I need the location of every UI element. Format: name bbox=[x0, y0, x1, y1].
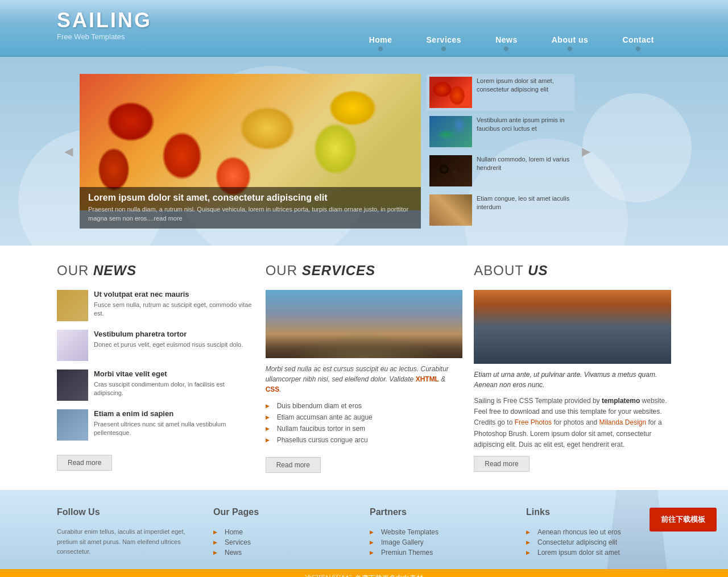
site-subtitle: Free Web Templates bbox=[57, 32, 152, 41]
news-title-4: Etiam a enim id sapien bbox=[94, 409, 254, 418]
footer-links-list: Aenean rhoncus leo ut eros Consectetur a… bbox=[526, 527, 671, 558]
footer-partner-3[interactable]: Premiun Themes bbox=[370, 547, 515, 558]
thumb-item-4[interactable]: Etiam congue, leo sit amet iaculis inter… bbox=[427, 192, 574, 229]
about-section-title: ABOUT US bbox=[474, 263, 671, 279]
news-read-more[interactable]: Read more bbox=[57, 455, 112, 471]
about-image bbox=[474, 290, 671, 364]
nav-dot-news bbox=[504, 47, 508, 51]
nav-link-about[interactable]: About us bbox=[535, 27, 606, 56]
slider-thumbnails: Lorem ipsum dolor sit amet, consectetur … bbox=[421, 74, 574, 229]
footer-partner-1[interactable]: Website Templates bbox=[370, 527, 515, 537]
nav-dot-contact bbox=[636, 47, 640, 51]
footer-follow-text: Curabitur enim tellus, iaculis at imperd… bbox=[57, 527, 202, 557]
about-main-text: Sailing is Free CSS Template provided by… bbox=[474, 396, 671, 450]
thumb-item-3[interactable]: Nullam commodo, lorem id varius hendreri… bbox=[427, 152, 574, 189]
footer-page-services[interactable]: Services bbox=[213, 537, 358, 547]
footer-follow-us: Follow Us Curabitur enim tellus, iaculis… bbox=[57, 507, 202, 558]
news-thumb-3 bbox=[57, 370, 88, 401]
thumb-image-4 bbox=[429, 194, 472, 226]
thumb-item-2[interactable]: Vestibulum ante ipsum primis in faucibus… bbox=[427, 113, 574, 150]
slider-caption-desc: Praesent non nulla diam, a rutrum nisl. … bbox=[88, 205, 412, 223]
templatemo-link: templatemo bbox=[602, 397, 640, 405]
nav-dot-home bbox=[378, 47, 383, 51]
nav-link-contact[interactable]: Contact bbox=[605, 27, 671, 56]
news-thumb-4 bbox=[57, 409, 88, 441]
nav-link-home[interactable]: Home bbox=[352, 27, 410, 56]
slider-main: Lorem ipsum dolor sit amet, consectetur … bbox=[80, 74, 421, 229]
footer-pages-title: Our Pages bbox=[213, 507, 358, 520]
footer-link-2[interactable]: Consectetur adipiscing elit bbox=[526, 537, 671, 547]
news-column: OUR NEWS Ut volutpat erat nec mauris Fus… bbox=[57, 263, 254, 473]
nav-link-news[interactable]: News bbox=[478, 27, 535, 56]
news-item-2: Vestibulum pharetra tortor Donec et puru… bbox=[57, 330, 254, 361]
news-thumb-2 bbox=[57, 330, 88, 361]
css-link[interactable]: CSS bbox=[266, 385, 280, 393]
nav-link-services[interactable]: Services bbox=[410, 27, 479, 56]
news-desc-3: Cras suscipit condimentum dolor, in faci… bbox=[94, 380, 254, 398]
news-desc-2: Donec et purus velit, eget euismod risus… bbox=[94, 341, 243, 349]
bottom-bar: 访问码社区论坛,免费下载更多方向素材 bbox=[0, 569, 728, 577]
nav-item-news[interactable]: News bbox=[478, 27, 535, 56]
thumb-text-2: Vestibulum ante ipsum primis in faucibus… bbox=[477, 116, 572, 147]
about-read-more[interactable]: Read more bbox=[474, 456, 529, 472]
news-thumb-1 bbox=[57, 290, 88, 321]
footer: Follow Us Curabitur enim tellus, iaculis… bbox=[0, 490, 728, 569]
milanda-link[interactable]: Milanda Design bbox=[599, 418, 646, 426]
services-list-item-1: Duis bibendum diam et eros bbox=[266, 400, 463, 412]
footer-follow-title: Follow Us bbox=[57, 507, 202, 520]
download-button[interactable]: 前往下载模板 bbox=[650, 508, 717, 532]
news-title-2: Vestibulum pharetra tortor bbox=[94, 330, 243, 338]
footer-pages: Our Pages Home Services News bbox=[213, 507, 358, 558]
thumb-text-4: Etiam congue, leo sit amet iaculis inter… bbox=[477, 194, 572, 226]
news-content-4: Etiam a enim id sapien Praesent ultrices… bbox=[94, 409, 254, 441]
slider-next-arrow[interactable]: ▶ bbox=[574, 74, 597, 229]
news-item-4: Etiam a enim id sapien Praesent ultrices… bbox=[57, 409, 254, 441]
thumb-text-1: Lorem ipsum dolor sit amet, consectetur … bbox=[477, 77, 572, 108]
footer-partners-list: Website Templates Image Gallery Premiun … bbox=[370, 527, 515, 558]
nav-item-services[interactable]: Services bbox=[410, 27, 479, 56]
bottom-bar-text: 访问码社区论坛,免费下载更多方向素材 bbox=[305, 574, 423, 577]
news-item-1: Ut volutpat erat nec mauris Fusce sem nu… bbox=[57, 290, 254, 321]
slider-caption-title: Lorem ipsum dolor sit amet, consectetur … bbox=[88, 193, 412, 203]
site-title: SAILING bbox=[57, 9, 152, 32]
news-desc-1: Fusce sem nulla, rutrum ac suscipit eget… bbox=[94, 301, 254, 318]
news-content-2: Vestibulum pharetra tortor Donec et puru… bbox=[94, 330, 243, 361]
footer-pages-list: Home Services News bbox=[213, 527, 358, 558]
services-section-title: OUR SERVICES bbox=[266, 263, 463, 279]
news-title-3: Morbi vitae velit eget bbox=[94, 370, 254, 378]
nav-item-contact[interactable]: Contact bbox=[605, 27, 671, 56]
free-photos-link[interactable]: Free Photos bbox=[515, 418, 552, 426]
slider-wrapper: ◀ Lorem ipsum dolor sit amet, consectetu… bbox=[57, 57, 671, 246]
footer-wrapper: Follow Us Curabitur enim tellus, iaculis… bbox=[57, 507, 671, 558]
footer-partners: Partners Website Templates Image Gallery… bbox=[370, 507, 515, 558]
services-list-item-4: Phasellus cursus congue arcu bbox=[266, 434, 463, 446]
thumb-image-2 bbox=[429, 116, 472, 147]
main-nav: Home Services News About us Contact bbox=[352, 0, 671, 56]
footer-partners-title: Partners bbox=[370, 507, 515, 520]
nav-item-home[interactable]: Home bbox=[352, 27, 410, 56]
footer-page-news[interactable]: News bbox=[213, 547, 358, 558]
slider-caption: Lorem ipsum dolor sit amet, consectetur … bbox=[80, 187, 421, 229]
news-content-3: Morbi vitae velit eget Cras suscipit con… bbox=[94, 370, 254, 401]
news-item-3: Morbi vitae velit eget Cras suscipit con… bbox=[57, 370, 254, 401]
nav-item-about[interactable]: About us bbox=[535, 27, 606, 56]
services-desc: Morbi sed nulla ac est cursus suscipit e… bbox=[266, 364, 463, 395]
services-list: Duis bibendum diam et eros Etiam accumsa… bbox=[266, 400, 463, 446]
about-italic-text: Etiam ut urna ante, ut pulvinar ante. Vi… bbox=[474, 370, 671, 390]
footer-link-3[interactable]: Lorem ipsum dolor sit amet bbox=[526, 547, 671, 558]
nav-dot-about bbox=[568, 47, 572, 51]
header: SAILING Free Web Templates Home Services… bbox=[0, 0, 728, 57]
xhtml-link[interactable]: XHTML bbox=[416, 375, 439, 383]
news-section-title: OUR NEWS bbox=[57, 263, 254, 279]
footer-partner-2[interactable]: Image Gallery bbox=[370, 537, 515, 547]
logo: SAILING Free Web Templates bbox=[57, 9, 152, 41]
news-desc-4: Praesent ultrices nunc sit amet nulla ve… bbox=[94, 420, 254, 438]
thumb-image-3 bbox=[429, 155, 472, 186]
content-area: OUR NEWS Ut volutpat erat nec mauris Fus… bbox=[0, 246, 728, 490]
footer-page-home[interactable]: Home bbox=[213, 527, 358, 537]
news-content-1: Ut volutpat erat nec mauris Fusce sem nu… bbox=[94, 290, 254, 321]
slider-section: ◀ Lorem ipsum dolor sit amet, consectetu… bbox=[0, 57, 728, 246]
slider-prev-arrow[interactable]: ◀ bbox=[57, 74, 80, 229]
services-read-more[interactable]: Read more bbox=[266, 457, 321, 473]
thumb-item-1[interactable]: Lorem ipsum dolor sit amet, consectetur … bbox=[427, 74, 574, 111]
